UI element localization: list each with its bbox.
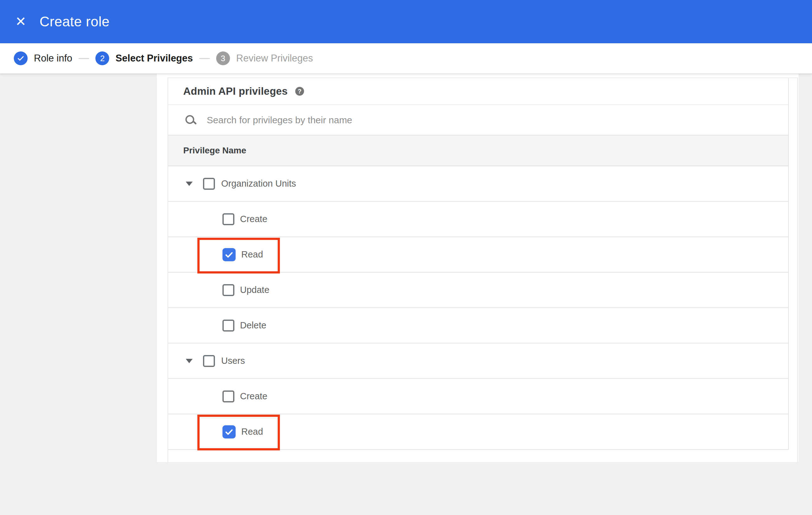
privilege-row-read: Read bbox=[168, 414, 788, 450]
checkbox-unchecked[interactable] bbox=[223, 284, 234, 296]
privilege-row-delete: Delete bbox=[168, 308, 788, 343]
step-2-label: Select Privileges bbox=[115, 53, 193, 64]
checkbox-unchecked[interactable] bbox=[223, 213, 234, 225]
search-icon bbox=[185, 115, 196, 126]
table-header-row: Privilege Name bbox=[168, 135, 788, 166]
privilege-row-update: Update bbox=[168, 273, 788, 308]
privilege-label: Organization Units bbox=[221, 178, 296, 189]
close-icon[interactable]: ✕ bbox=[14, 0, 28, 43]
collapse-triangle-icon[interactable] bbox=[186, 359, 193, 363]
step-1-label: Role info bbox=[34, 53, 72, 64]
checkbox-unchecked[interactable] bbox=[203, 178, 215, 190]
collapse-triangle-icon[interactable] bbox=[186, 182, 193, 186]
step-3-label: Review Privileges bbox=[236, 53, 313, 64]
dialog-title: Create role bbox=[39, 0, 110, 43]
privilege-row-users: Users bbox=[168, 343, 788, 379]
privilege-row-read: Read bbox=[168, 237, 788, 273]
step-select-privileges[interactable]: 2 Select Privileges bbox=[95, 52, 193, 65]
dialog-footer: BACK CANCEL CONTINUE bbox=[0, 462, 812, 515]
privilege-row-create: Create bbox=[168, 202, 788, 237]
create-role-dialog: ✕ Create role Role info 2 Select Privile… bbox=[0, 0, 812, 515]
step-review-privileges[interactable]: 3 Review Privileges bbox=[216, 52, 313, 65]
stepper: Role info 2 Select Privileges 3 Review P… bbox=[0, 43, 812, 74]
step-2-number: 2 bbox=[95, 52, 109, 65]
dialog-header: ✕ Create role bbox=[0, 0, 812, 43]
section-title: Admin API privileges bbox=[183, 85, 288, 97]
privilege-search-input[interactable] bbox=[206, 115, 788, 126]
privilege-label: Users bbox=[221, 356, 245, 366]
left-gutter bbox=[0, 74, 157, 515]
privileges-table: Admin API privileges ? Privilege Name Or… bbox=[168, 78, 789, 450]
privilege-name-column-header: Privilege Name bbox=[183, 146, 246, 156]
privilege-label: Read bbox=[241, 427, 263, 437]
checkbox-checked[interactable] bbox=[223, 425, 236, 438]
step-3-number: 3 bbox=[216, 52, 230, 65]
privilege-row-organization-units: Organization Units bbox=[168, 166, 788, 202]
checkbox-checked[interactable] bbox=[223, 248, 236, 261]
section-header: Admin API privileges ? bbox=[168, 78, 788, 105]
privilege-label: Create bbox=[240, 214, 267, 224]
checkbox-unchecked[interactable] bbox=[203, 355, 215, 367]
right-gutter bbox=[799, 74, 812, 515]
privilege-label: Create bbox=[240, 391, 267, 401]
help-icon[interactable]: ? bbox=[295, 87, 304, 96]
step-connector bbox=[199, 58, 210, 59]
checkbox-unchecked[interactable] bbox=[223, 320, 234, 332]
privilege-label: Read bbox=[241, 249, 263, 260]
privilege-label: Delete bbox=[240, 320, 266, 331]
privilege-label: Update bbox=[240, 285, 269, 295]
step-1-completed-check-icon bbox=[14, 52, 28, 65]
step-role-info[interactable]: Role info bbox=[14, 52, 72, 65]
checkbox-unchecked[interactable] bbox=[223, 391, 234, 402]
privilege-row-create: Create bbox=[168, 379, 788, 414]
step-connector bbox=[79, 58, 89, 59]
privilege-search-row bbox=[168, 105, 788, 135]
privileges-panel: Admin API privileges ? Privilege Name Or… bbox=[168, 78, 798, 462]
privileges-table-body: Organization UnitsCreateReadUpdateDelete… bbox=[168, 166, 788, 450]
